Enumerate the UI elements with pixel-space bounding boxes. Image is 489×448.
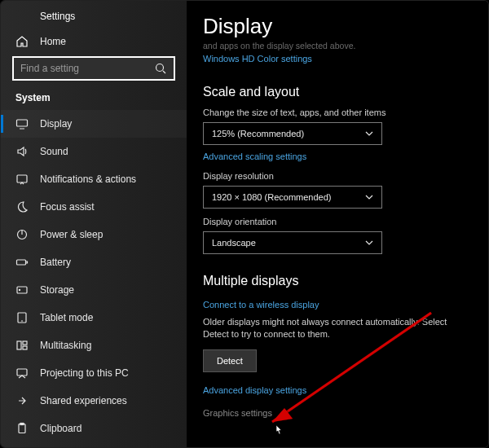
share-icon [15, 394, 29, 407]
wireless-display-link[interactable]: Connect to a wireless display [203, 300, 319, 310]
sidebar-item-tablet-mode[interactable]: Tablet mode [1, 304, 187, 332]
chevron-down-icon [365, 193, 373, 201]
svg-rect-1 [17, 120, 28, 126]
resolution-label: Display resolution [203, 171, 472, 181]
svg-marker-15 [272, 408, 293, 422]
graphics-settings-link[interactable]: Graphics settings [203, 408, 272, 418]
sidebar-item-label: Focus assist [40, 201, 95, 213]
storage-icon [15, 283, 29, 296]
sidebar-item-label: Projecting to this PC [40, 367, 129, 379]
sidebar-item-label: Display [40, 118, 72, 130]
sound-icon [15, 145, 29, 158]
display-icon [15, 117, 29, 130]
sidebar-item-battery[interactable]: Battery [1, 248, 187, 276]
resolution-dropdown[interactable]: 1920 × 1080 (Recommended) [203, 186, 382, 209]
older-displays-text: Older displays might not always connect … [203, 316, 472, 341]
detect-button[interactable]: Detect [203, 349, 257, 372]
home-nav[interactable]: Home [1, 30, 187, 56]
sidebar-item-projecting[interactable]: Projecting to this PC [1, 359, 187, 387]
search-icon [154, 62, 167, 75]
resolution-value: 1920 × 1080 (Recommended) [212, 192, 331, 202]
search-box[interactable] [12, 56, 175, 81]
battery-icon [15, 256, 29, 269]
svg-point-0 [156, 64, 164, 72]
power-icon [15, 228, 29, 241]
svg-rect-2 [17, 175, 27, 182]
hd-color-link[interactable]: Windows HD Color settings [203, 54, 312, 64]
sidebar-item-storage[interactable]: Storage [1, 276, 187, 304]
sidebar-item-display[interactable]: Display [1, 110, 187, 138]
clipboard-icon [15, 422, 29, 435]
app-title: Settings [1, 7, 187, 30]
svg-rect-9 [23, 341, 27, 345]
home-label: Home [40, 36, 66, 47]
tablet-icon [15, 311, 29, 324]
sidebar-item-notifications[interactable]: Notifications & actions [1, 165, 187, 193]
sidebar-item-label: Storage [40, 284, 74, 296]
svg-rect-11 [17, 369, 27, 376]
orientation-dropdown[interactable]: Landscape [203, 231, 382, 254]
cursor-icon [272, 424, 282, 437]
sidebar-item-multitasking[interactable]: Multitasking [1, 332, 187, 359]
home-icon [15, 35, 29, 48]
advanced-display-link[interactable]: Advanced display settings [203, 385, 306, 395]
svg-rect-8 [17, 341, 21, 349]
chevron-down-icon [365, 239, 373, 247]
sidebar-item-label: Shared experiences [40, 395, 127, 406]
sidebar-item-clipboard[interactable]: Clipboard [1, 415, 187, 442]
scale-heading: Scale and layout [203, 85, 472, 99]
svg-point-6 [19, 289, 20, 290]
projecting-icon [15, 367, 29, 380]
multitasking-icon [15, 339, 29, 352]
sidebar-item-label: Clipboard [40, 423, 82, 434]
sidebar-item-label: Tablet mode [40, 312, 93, 323]
sidebar-item-label: Power & sleep [40, 229, 103, 240]
svg-rect-5 [17, 287, 27, 293]
sidebar-item-label: Battery [40, 257, 71, 268]
multiple-displays-heading: Multiple displays [203, 274, 472, 288]
sidebar-nav: Display Sound Notifications & actions Fo… [1, 110, 187, 442]
sidebar-item-label: Sound [40, 146, 68, 157]
sidebar: Settings Home System Display Sound Notif… [1, 1, 187, 447]
svg-rect-12 [19, 424, 25, 433]
notifications-icon [15, 173, 29, 186]
section-label: System [1, 92, 187, 110]
sidebar-item-label: Notifications & actions [40, 173, 136, 185]
sidebar-item-shared-experiences[interactable]: Shared experiences [1, 387, 187, 415]
svg-rect-10 [23, 346, 27, 349]
text-size-value: 125% (Recommended) [212, 129, 304, 138]
text-size-label: Change the size of text, apps, and other… [203, 108, 472, 117]
text-size-dropdown[interactable]: 125% (Recommended) [203, 122, 382, 145]
sidebar-item-label: Multitasking [40, 340, 91, 351]
cutoff-subtitle: and apps on the display selected above. [203, 41, 472, 51]
page-title: Display [203, 14, 472, 39]
chevron-down-icon [365, 130, 373, 138]
svg-rect-4 [17, 260, 26, 265]
moon-icon [15, 200, 29, 213]
search-input[interactable] [20, 63, 151, 74]
orientation-value: Landscape [212, 238, 256, 248]
main-panel: Display and apps on the display selected… [187, 1, 488, 447]
sidebar-item-focus-assist[interactable]: Focus assist [1, 193, 187, 221]
sidebar-item-sound[interactable]: Sound [1, 138, 187, 165]
advanced-scaling-link[interactable]: Advanced scaling settings [203, 152, 306, 161]
sidebar-item-power-sleep[interactable]: Power & sleep [1, 221, 187, 248]
orientation-label: Display orientation [203, 217, 472, 226]
